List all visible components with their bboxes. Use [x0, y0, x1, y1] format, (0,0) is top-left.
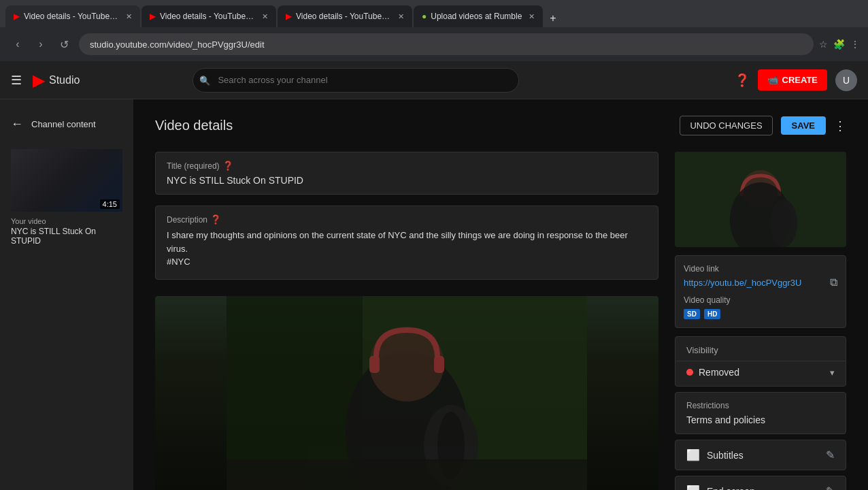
- youtube-favicon-1: ▶: [14, 12, 20, 21]
- rumble-favicon: ●: [422, 12, 427, 21]
- sidebar: ← Channel content 4:15 Your video NYC is…: [0, 99, 133, 490]
- header-right: ❓ 📹 CREATE U: [735, 69, 857, 91]
- hamburger-menu-icon[interactable]: ☰: [11, 73, 22, 88]
- left-column: Title (required) ❓ NYC is STILL Stuck On…: [155, 152, 658, 490]
- sidebar-video: 4:15 Your video NYC is STILL Stuck On ST…: [0, 144, 133, 251]
- svg-rect-5: [369, 356, 380, 373]
- video-link-row: https://youtu.be/_hocPVggr3U ⧉: [684, 276, 837, 289]
- close-tab-2[interactable]: ✕: [262, 12, 268, 21]
- subtitles-left: ⬜ Subtitles: [686, 448, 744, 461]
- address-bar-row: ‹ › ↺ ☆ 🧩 ⋮: [0, 27, 868, 61]
- subtitles-name: Subtitles: [707, 450, 744, 461]
- reload-button[interactable]: ↺: [54, 35, 73, 54]
- description-label: Description ❓: [167, 214, 647, 225]
- sidebar-video-name: NYC is STILL Stuck On STUPID: [11, 227, 122, 246]
- navigation-buttons: ‹ › ↺: [8, 35, 73, 54]
- sidebar-video-label: Your video: [11, 217, 122, 225]
- title-help-icon[interactable]: ❓: [222, 161, 233, 171]
- youtube-logo-icon: ▶: [33, 71, 45, 90]
- video-duration: 4:15: [100, 199, 120, 209]
- video-link[interactable]: https://youtu.be/_hocPVggr3U: [684, 278, 801, 288]
- save-button[interactable]: SAVE: [781, 116, 826, 135]
- back-to-channel-button[interactable]: ← Channel content: [0, 110, 133, 138]
- back-button[interactable]: ‹: [8, 35, 27, 54]
- description-textarea[interactable]: I share my thoughts and opinions on the …: [167, 229, 647, 269]
- thumbnail-image: [675, 152, 846, 247]
- svg-point-14: [770, 199, 797, 247]
- description-help-icon[interactable]: ❓: [210, 214, 221, 225]
- more-options-button[interactable]: ⋮: [834, 118, 846, 133]
- end-screen-row[interactable]: ⬜ End screen ✎: [675, 476, 846, 490]
- browser-chrome: ▶ Video details - YouTube Stu... ✕ ▶ Vid…: [0, 0, 868, 61]
- subtitles-row[interactable]: ⬜ Subtitles ✎: [675, 440, 846, 470]
- restrictions-label: Restrictions: [686, 401, 835, 410]
- subtitles-edit-icon[interactable]: ✎: [826, 448, 835, 461]
- youtube-favicon-3: ▶: [286, 12, 292, 21]
- visibility-card: Visibility Removed ▾: [675, 336, 846, 387]
- video-details-column: Video link https://youtu.be/_hocPVggr3U …: [675, 152, 846, 490]
- undo-changes-button[interactable]: UNDO CHANGES: [680, 116, 772, 135]
- video-frame: [155, 296, 658, 491]
- video-link-label: Video link: [684, 264, 837, 274]
- help-button[interactable]: ❓: [735, 73, 750, 88]
- page-title: Video details: [155, 118, 233, 133]
- studio-body: ← Channel content 4:15 Your video NYC is…: [0, 99, 868, 490]
- tab-1[interactable]: ▶ Video details - YouTube Stu... ✕: [5, 5, 140, 27]
- tab-2[interactable]: ▶ Video details - YouTube Studio ✕: [141, 5, 276, 27]
- create-label: CREATE: [782, 75, 818, 85]
- tab-1-title: Video details - YouTube Stu...: [24, 12, 119, 21]
- thumbnail-svg: [675, 152, 846, 247]
- create-icon: 📹: [767, 75, 778, 85]
- search-icon: 🔍: [199, 75, 210, 85]
- tab-4[interactable]: ● Upload videos at Rumble ✕: [414, 5, 543, 27]
- page-actions: UNDO CHANGES SAVE ⋮: [680, 116, 846, 135]
- youtube-studio-logo: ▶ Studio: [33, 71, 80, 90]
- content-grid: Title (required) ❓ NYC is STILL Stuck On…: [155, 152, 846, 490]
- more-options-button[interactable]: ⋮: [850, 39, 860, 50]
- close-tab-1[interactable]: ✕: [126, 12, 132, 21]
- create-button[interactable]: 📹 CREATE: [758, 69, 827, 91]
- restrictions-value: Terms and policies: [686, 414, 835, 425]
- tab-2-title: Video details - YouTube Studio: [160, 12, 255, 21]
- address-input[interactable]: [79, 33, 814, 55]
- sidebar-back-label: Channel content: [31, 119, 96, 129]
- quality-badges: SD HD: [684, 309, 837, 319]
- title-field: Title (required) ❓ NYC is STILL Stuck On…: [155, 152, 658, 195]
- bookmark-button[interactable]: ☆: [819, 39, 828, 50]
- studio-text-label: Studio: [49, 74, 80, 86]
- extensions-button[interactable]: 🧩: [833, 39, 845, 50]
- search-bar: 🔍: [193, 68, 519, 93]
- tab-3[interactable]: ▶ Video details - YouTube Studio ✕: [278, 5, 412, 27]
- title-value[interactable]: NYC is STILL Stuck On STUPID: [167, 175, 647, 186]
- close-tab-3[interactable]: ✕: [398, 12, 404, 21]
- tab-4-title: Upload videos at Rumble: [431, 12, 522, 21]
- visibility-select[interactable]: Removed ▾: [675, 361, 846, 386]
- hd-badge: HD: [704, 309, 720, 319]
- back-arrow-icon: ←: [11, 117, 23, 131]
- video-thumbnail-preview: [675, 152, 846, 247]
- subtitles-card: ⬜ Subtitles ✎: [675, 440, 846, 470]
- end-screen-name: End screen: [707, 486, 755, 491]
- visibility-header: Visibility: [675, 337, 846, 361]
- new-tab-button[interactable]: +: [544, 10, 561, 27]
- restrictions-card: Restrictions Terms and policies: [675, 392, 846, 434]
- end-screen-edit-icon[interactable]: ✎: [826, 485, 835, 490]
- end-screen-left: ⬜ End screen: [686, 485, 755, 490]
- video-content: [155, 296, 658, 491]
- avatar[interactable]: U: [835, 69, 857, 91]
- browser-actions: ☆ 🧩 ⋮: [819, 39, 860, 50]
- video-svg: [155, 296, 658, 491]
- sidebar-thumbnail: 4:15: [11, 149, 122, 212]
- copy-link-button[interactable]: ⧉: [830, 276, 837, 289]
- end-screen-card: ⬜ End screen ✎: [675, 476, 846, 490]
- subtitles-icon: ⬜: [686, 448, 700, 461]
- tab-3-title: Video details - YouTube Studio: [296, 12, 391, 21]
- svg-rect-9: [227, 459, 587, 491]
- search-input[interactable]: [193, 68, 519, 93]
- sd-badge: SD: [684, 309, 700, 319]
- close-tab-4[interactable]: ✕: [529, 12, 535, 21]
- visibility-text: Removed: [699, 367, 739, 378]
- video-info-card: Video link https://youtu.be/_hocPVggr3U …: [675, 255, 846, 328]
- tab-bar: ▶ Video details - YouTube Stu... ✕ ▶ Vid…: [0, 0, 868, 27]
- forward-button[interactable]: ›: [31, 35, 50, 54]
